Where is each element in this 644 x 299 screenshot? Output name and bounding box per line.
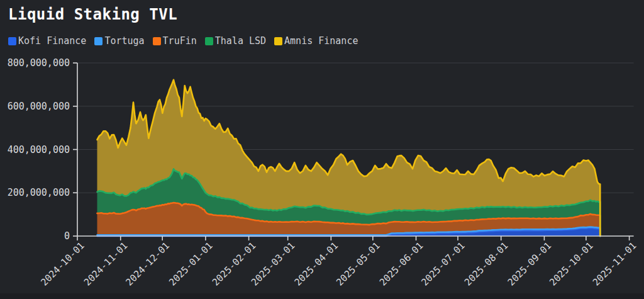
x-axis-label: 2025-07-01 [419, 240, 467, 288]
x-axis-label: 2025-05-01 [334, 240, 382, 288]
x-axis-label: 2025-04-01 [292, 240, 341, 288]
x-axis-label: 2024-10-01 [38, 240, 87, 288]
x-axis-label: 2024-12-01 [123, 240, 172, 288]
legend-item-tortuga[interactable]: Tortuga [94, 35, 144, 47]
x-axis-label: 2025-11-01 [591, 240, 639, 288]
y-axis-label: 0 [64, 230, 70, 242]
legend-label: Thala LSD [215, 35, 266, 47]
legend-item-thala-lsd[interactable]: Thala LSD [205, 35, 266, 47]
chart-legend: Kofi FinanceTortugaTruFinThala LSDAmnis … [8, 35, 358, 47]
legend-label: Amnis Finance [284, 35, 358, 47]
legend-swatch-icon [274, 37, 282, 45]
legend-item-trufin[interactable]: TruFin [153, 35, 197, 47]
x-axis-label: 2025-06-01 [377, 240, 426, 288]
legend-item-amnis-finance[interactable]: Amnis Finance [274, 35, 358, 47]
footer-band [0, 293, 644, 299]
legend-swatch-icon [8, 37, 16, 45]
liquid-staking-tvl-card: 0200,000,000400,000,000600,000,000800,00… [0, 0, 644, 299]
legend-swatch-icon [153, 37, 161, 45]
y-axis-label: 400,000,000 [8, 144, 70, 155]
y-axis-label: 800,000,000 [8, 57, 70, 69]
legend-swatch-icon [205, 37, 213, 45]
legend-swatch-icon [94, 37, 103, 45]
chart-title: Liquid Staking TVL [8, 6, 177, 23]
x-axis-label: 2025-01-01 [167, 240, 215, 288]
legend-label: Kofi Finance [18, 35, 86, 47]
x-axis-label: 2025-08-01 [462, 240, 511, 288]
y-axis-label: 600,000,000 [8, 101, 70, 112]
legend-label: Tortuga [104, 35, 144, 47]
y-axis-label: 200,000,000 [8, 187, 70, 198]
legend-item-kofi-finance[interactable]: Kofi Finance [8, 35, 86, 47]
x-axis-label: 2025-10-01 [547, 240, 596, 288]
x-axis-label: 2025-09-01 [506, 240, 554, 288]
legend-label: TruFin [163, 35, 197, 47]
x-axis-label: 2024-11-01 [82, 240, 130, 288]
